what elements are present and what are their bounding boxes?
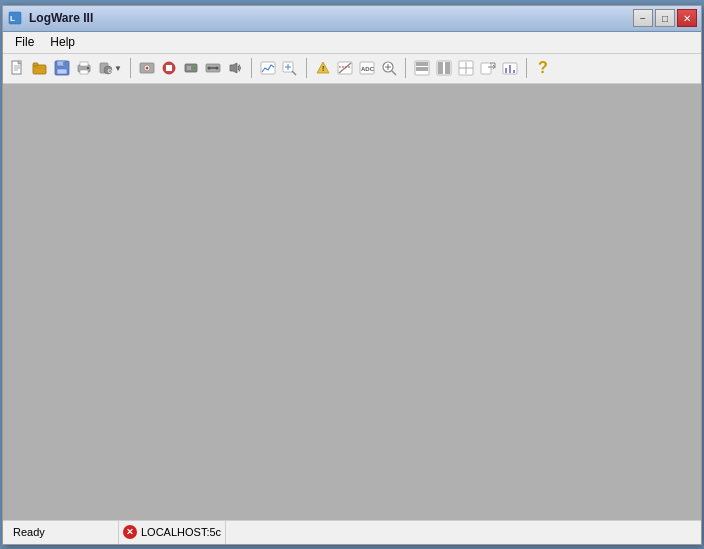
print-settings-icon: ⚙ [98,60,114,76]
stats-button[interactable] [499,57,521,79]
connection-error-icon: ✕ [123,525,137,539]
adc-icon: ADC [359,60,375,76]
channel-icon [205,60,221,76]
dropdown-arrow-icon: ▼ [114,64,122,73]
svg-text:⚙: ⚙ [107,68,112,74]
toolbar-sep-3 [306,58,307,78]
toolbar-sep-5 [526,58,527,78]
toolbar-group-capture [136,57,246,79]
svg-rect-25 [166,65,172,71]
print-button[interactable] [73,57,95,79]
maximize-button[interactable]: □ [655,9,675,27]
svg-rect-12 [57,69,67,74]
help-button[interactable]: ? [532,57,554,79]
window-title: LogWare III [29,11,633,25]
svg-rect-52 [416,67,428,71]
minimize-button[interactable]: − [633,9,653,27]
channel-button[interactable] [202,57,224,79]
layout1-icon [414,60,430,76]
save-icon [54,60,70,76]
device-icon [183,60,199,76]
line-button[interactable] [334,57,356,79]
graph-icon [260,60,276,76]
toolbar-sep-2 [251,58,252,78]
svg-point-28 [193,67,196,70]
print-dropdown-button[interactable]: ⚙ ▼ [95,57,125,79]
stats-icon [502,60,518,76]
save-button[interactable] [51,57,73,79]
svg-rect-15 [80,70,88,74]
svg-line-47 [392,71,396,75]
zoom-button[interactable] [279,57,301,79]
toolbar: ⚙ ▼ [3,54,701,84]
window-controls: − □ ✕ [633,9,697,27]
title-bar: L LogWare III − □ ✕ [3,6,701,32]
open-button[interactable] [29,57,51,79]
audio-icon [227,60,243,76]
status-text: Ready [13,526,45,538]
connection-status-section: ✕ LOCALHOST:5c [119,521,226,544]
export-button[interactable] [477,57,499,79]
open-icon [32,60,48,76]
svg-rect-17 [87,67,89,69]
svg-text:L: L [10,14,15,23]
line-icon [337,60,353,76]
toolbar-sep-4 [405,58,406,78]
magnify-icon [381,60,397,76]
layout3-button[interactable] [455,57,477,79]
help-menu[interactable]: Help [42,33,83,51]
status-bar: Ready ✕ LOCALHOST:5c [3,520,701,544]
svg-rect-55 [445,62,450,74]
audio-button[interactable] [224,57,246,79]
stop-button[interactable] [158,57,180,79]
svg-marker-33 [230,63,237,73]
new-doc-icon [10,60,26,76]
adc-button[interactable]: ADC [356,57,378,79]
magnify-button[interactable] [378,57,400,79]
svg-line-38 [292,71,296,75]
layout2-icon [436,60,452,76]
connection-text: LOCALHOST:5c [141,526,221,538]
toolbar-group-file: ⚙ ▼ [7,57,125,79]
svg-rect-68 [513,70,515,73]
svg-point-31 [208,67,211,70]
svg-rect-54 [438,62,443,74]
layout1-button[interactable] [411,57,433,79]
toolbar-group-graph [257,57,301,79]
device-button[interactable] [180,57,202,79]
file-menu[interactable]: File [7,33,42,51]
menu-bar: File Help [3,32,701,54]
capture-icon [139,60,155,76]
status-text-section: Ready [9,521,119,544]
print-icon [76,60,92,76]
stop-icon [161,60,177,76]
svg-point-32 [216,67,219,70]
layout2-button[interactable] [433,57,455,79]
svg-rect-51 [416,62,428,66]
capture-button[interactable] [136,57,158,79]
close-button[interactable]: ✕ [677,9,697,27]
toolbar-group-help: ? [532,57,554,79]
svg-text:ADC: ADC [361,66,375,72]
svg-rect-27 [187,66,191,70]
svg-rect-67 [509,65,511,73]
toolbar-group-layout [411,57,521,79]
svg-rect-8 [33,63,38,66]
svg-rect-34 [261,62,275,74]
export-icon [480,60,496,76]
svg-text:!: ! [322,65,324,72]
new-button[interactable] [7,57,29,79]
svg-rect-16 [80,62,88,66]
app-icon: L [7,10,23,26]
svg-point-23 [146,67,149,70]
toolbar-group-analysis: ! ADC [312,57,400,79]
help-icon: ? [538,59,548,77]
svg-rect-13 [63,62,65,65]
graph-button[interactable] [257,57,279,79]
alarm-button[interactable]: ! [312,57,334,79]
zoom-icon [282,60,298,76]
svg-rect-59 [481,63,491,74]
svg-rect-66 [505,68,507,73]
main-content-area [3,84,701,520]
alarm-icon: ! [315,60,331,76]
